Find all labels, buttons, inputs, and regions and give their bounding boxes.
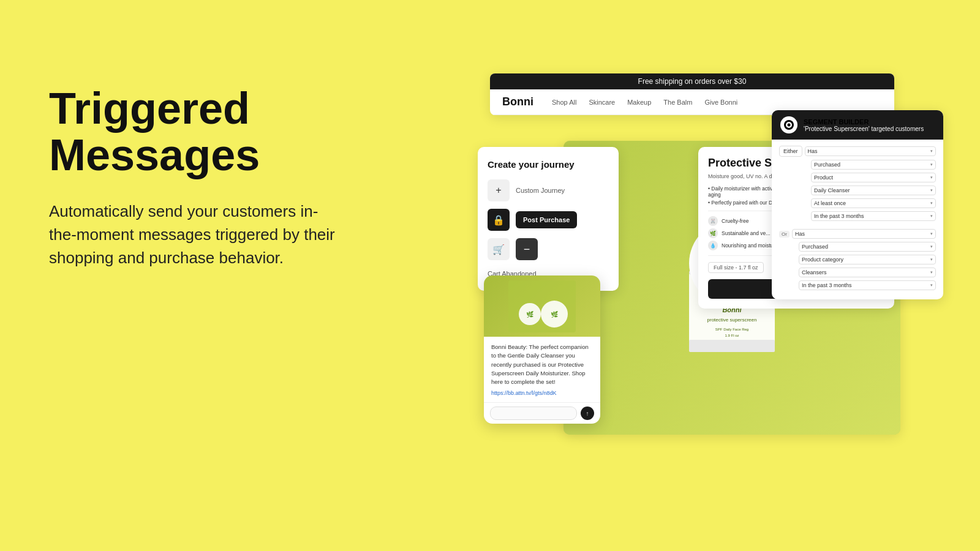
sms-input-bar[interactable] [490,407,577,420]
has-select-2[interactable]: Has ▾ [792,229,936,239]
post-purchase-btn[interactable]: Post Purchase [516,211,577,228]
cart-abandoned-icon: 🛒 [488,238,510,260]
sms-panel: 🌿 🌿 Bonni Beauty: The perfect companion … [484,276,600,424]
journey-item-custom: + Custom Journey [488,179,609,201]
segment-header: SEGMENT BUILDER 'Protective Superscreen'… [772,110,943,140]
either-select[interactable]: Either [779,146,802,157]
segment-row-3: Product ▾ [779,173,936,182]
chevron-down-icon-7: ▾ [930,231,933,236]
purchased-label-2: Purchased [802,244,828,250]
cruelty-free-label: Cruelty-free [722,218,748,224]
product-category-select[interactable]: Product category ▾ [799,255,936,264]
segment-row-8: Purchased ▾ [779,242,936,252]
main-title: Triggered Messages [49,86,343,178]
purchased-select-2[interactable]: Purchased ▾ [799,242,936,252]
sms-message-text: Bonni Beauty: The perfect companion to t… [491,343,593,386]
store-logo: Bonni [502,96,533,108]
nav-makeup[interactable]: Makeup [627,99,651,106]
chevron-down-icon-10: ▾ [930,270,933,275]
past-3-months-select-2[interactable]: In the past 3 months ▾ [799,280,936,290]
svg-text:🌿: 🌿 [526,310,534,318]
sms-send-button[interactable]: ↑ [581,407,594,420]
has-label-1: Has [808,148,818,154]
purchased-select-1[interactable]: Purchased ▾ [811,160,936,170]
segment-row-1: Either Has ▾ [779,146,936,157]
nav-give-bonni[interactable]: Give Bonni [704,99,737,106]
chevron-down-icon-9: ▾ [930,257,933,262]
nav-shop-all[interactable]: Shop All [552,99,576,106]
product-size[interactable]: Full size - 1.7 fl oz [708,262,764,273]
svg-text:SPF Daily Face Reg: SPF Daily Face Reg [715,328,748,331]
cart-abandoned-toggle[interactable]: − [516,238,538,260]
journey-title: Create your journey [488,159,609,170]
segment-logo [780,116,797,133]
segment-body: Either Has ▾ Purchased ▾ Product [772,140,943,299]
store-panel: Free shipping on orders over $30 Bonni S… [490,73,894,115]
segment-row-6: In the past 3 months ▾ [779,211,936,221]
svg-text:1.9 Fl oz: 1.9 Fl oz [725,334,739,337]
sms-product-svg: 🌿 🌿 [505,277,579,335]
custom-journey-label: Custom Journey [516,187,565,194]
journey-item-cart-abandoned: 🛒 − [488,238,609,260]
segment-row-4: Daily Cleanser ▾ [779,186,936,195]
segment-row-5: At least once ▾ [779,198,936,208]
attentive-logo-icon [783,119,794,130]
segment-builder-label: SEGMENT BUILDER [804,118,924,126]
either-label: Either [783,148,798,154]
chevron-down-icon-2: ▾ [930,162,933,167]
segment-row-11: In the past 3 months ▾ [779,280,936,290]
svg-text:protective superscreen: protective superscreen [707,317,757,323]
store-banner: Free shipping on orders over $30 [490,73,894,89]
daily-cleanser-select[interactable]: Daily Cleanser ▾ [811,186,936,195]
segment-row-7: Or Has ▾ [779,229,936,239]
purchased-label-1: Purchased [814,162,840,168]
chevron-down-icon-1: ▾ [930,149,933,154]
journey-panel: Create your journey + Custom Journey 🔒 P… [478,147,619,291]
chevron-down-icon-11: ▾ [930,283,933,288]
right-section: Free shipping on orders over $30 Bonni S… [478,73,943,478]
nav-the-balm[interactable]: The Balm [663,99,692,106]
sms-input-row: ↑ [484,402,600,424]
segment-row-10: Cleansers ▾ [779,268,936,277]
svg-rect-9 [508,280,576,332]
chevron-down-icon-4: ▾ [930,188,933,193]
product-label: Product [814,174,833,181]
segment-row-9: Product category ▾ [779,255,936,264]
svg-text:🌿: 🌿 [551,310,559,318]
past-3-months-label-1: In the past 3 months [814,213,864,219]
segment-header-content: SEGMENT BUILDER 'Protective Superscreen'… [804,118,924,132]
svg-rect-1 [689,340,775,352]
subtitle-text: Automatically send your customers in-the… [49,200,343,269]
chevron-down-icon-8: ▾ [930,244,933,249]
svg-point-16 [788,124,791,127]
or-label: Or [779,231,790,238]
journey-item-post-purchase[interactable]: 🔒 Post Purchase [488,209,609,231]
daily-cleanser-label: Daily Cleanser [814,187,850,193]
at-least-once-select[interactable]: At least once ▾ [811,198,936,208]
has-select-1[interactable]: Has ▾ [805,146,936,156]
chevron-down-icon-5: ▾ [930,201,933,206]
product-category-label: Product category [802,257,843,263]
past-3-months-select-1[interactable]: In the past 3 months ▾ [811,211,936,221]
cruelty-free-icon: 🐰 [708,216,718,226]
sms-body: Bonni Beauty: The perfect companion to t… [484,337,600,402]
has-label-2: Has [795,231,805,237]
past-3-months-label-2: In the past 3 months [802,282,852,288]
sustainable-icon: 🌿 [708,228,718,238]
sms-product-image: 🌿 🌿 [484,276,600,337]
custom-journey-icon: + [488,179,510,201]
left-section: Triggered Messages Automatically send yo… [49,86,343,269]
product-select[interactable]: Product ▾ [811,173,936,182]
minus-icon: − [524,243,530,256]
cleansers-label: Cleansers [802,269,827,276]
segment-row-2: Purchased ▾ [779,160,936,170]
segment-builder-panel: SEGMENT BUILDER 'Protective Superscreen'… [772,110,943,299]
nav-skincare[interactable]: Skincare [589,99,615,106]
post-purchase-icon: 🔒 [488,209,510,231]
chevron-down-icon-6: ▾ [930,214,933,219]
at-least-once-label: At least once [814,200,846,206]
cleansers-select[interactable]: Cleansers ▾ [799,268,936,277]
segment-target-text: 'Protective Superscreen' targeted custom… [804,126,924,132]
nourishing-icon: 💧 [708,241,718,250]
sms-link[interactable]: https://bb.attn.tv/l/gts/n8dK [491,390,593,396]
